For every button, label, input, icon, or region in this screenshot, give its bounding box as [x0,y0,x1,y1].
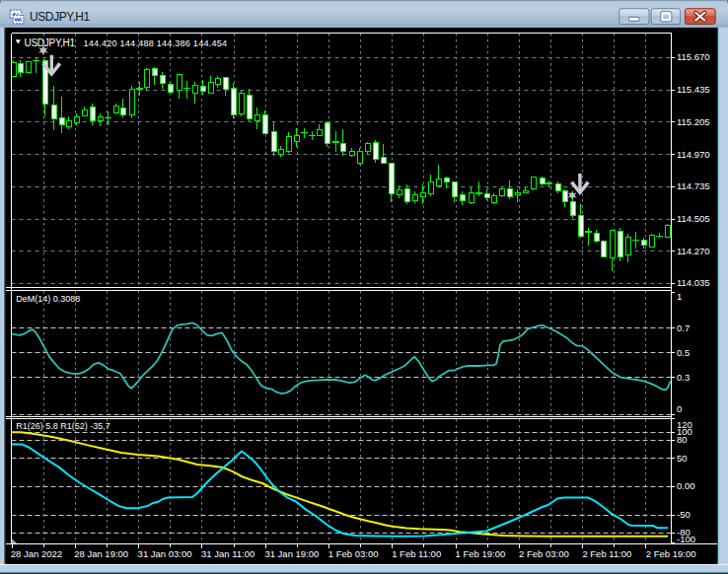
svg-text:50: 50 [677,453,688,464]
svg-text:DeM(14) 0.3088: DeM(14) 0.3088 [16,294,80,304]
svg-text:-100: -100 [677,534,695,544]
svg-text:-50: -50 [677,509,691,520]
svg-text:31 Jan 11:00: 31 Jan 11:00 [201,548,255,559]
svg-text:2 Feb 03:00: 2 Feb 03:00 [519,548,569,559]
svg-text:1 Feb 19:00: 1 Feb 19:00 [456,548,506,559]
svg-text:0.00: 0.00 [677,480,695,491]
svg-text:31 Jan 03:00: 31 Jan 03:00 [138,548,192,559]
svg-text:31 Jan 19:00: 31 Jan 19:00 [264,548,319,559]
svg-text:1 Feb 11:00: 1 Feb 11:00 [392,548,441,559]
svg-text:USDJPY,H1: USDJPY,H1 [25,37,76,48]
svg-text:115.670: 115.670 [677,51,710,62]
svg-text:28 Jan 19:00: 28 Jan 19:00 [74,548,128,559]
svg-text:2 Feb 19:00: 2 Feb 19:00 [646,548,696,559]
svg-text:114.505: 114.505 [677,213,710,224]
svg-text:115.205: 115.205 [677,116,710,127]
svg-text:0.3: 0.3 [677,372,690,383]
svg-text:R1(26) 5.8 R1(52) -35,7: R1(26) 5.8 R1(52) -35,7 [16,421,110,431]
svg-text:1 Feb 03:00: 1 Feb 03:00 [328,548,379,559]
svg-text:114.270: 114.270 [677,246,710,256]
svg-text:0: 0 [677,403,682,414]
svg-text:28 Jan 2022: 28 Jan 2022 [11,548,62,559]
svg-text:144.420 144.488 144.386 144.45: 144.420 144.488 144.386 144.454 [83,38,227,48]
svg-text:USDJPY,H1: USDJPY,H1 [30,10,91,24]
svg-text:114.735: 114.735 [677,180,710,191]
svg-text:80: 80 [677,434,688,445]
svg-text:0.5: 0.5 [677,347,690,358]
svg-text:0.7: 0.7 [677,323,690,333]
svg-text:1: 1 [677,291,682,302]
svg-text:115.435: 115.435 [677,84,710,95]
svg-text:2 Feb 11:00: 2 Feb 11:00 [582,548,631,559]
svg-text:114.970: 114.970 [677,149,710,160]
svg-text:114.035: 114.035 [677,277,710,288]
